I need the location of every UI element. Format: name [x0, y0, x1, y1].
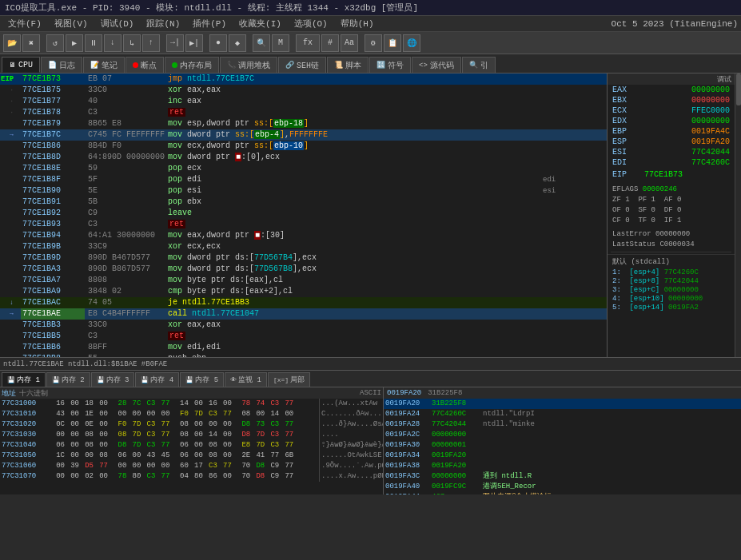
disasm-row[interactable]: 77CE1B9B 33C9 xor ecx,ecx	[0, 241, 607, 252]
menu-help[interactable]: 帮助(H)	[336, 17, 379, 30]
dump-row[interactable]: 77C31020 0C000E00 F07DC377 08000000 D873…	[0, 419, 383, 430]
disasm-row[interactable]: 77CE1BA9 3848 02 cmp byte ptr ds:[eax+2]…	[0, 286, 607, 297]
tab-script[interactable]: 📜 脚本	[327, 57, 369, 73]
disasm-row[interactable]: 77CE1B8E 59 pop ecx	[0, 163, 607, 174]
btab-mem3[interactable]: 💾 内存 3	[91, 372, 135, 387]
tb-log[interactable]: 📋	[384, 34, 401, 52]
disasm-row[interactable]: · 77CE1B77 40 inc eax	[0, 96, 607, 107]
disasm-cell: mov dword ptr ss:[ebp-4],FFFFFFFE	[165, 129, 543, 141]
disasm-row[interactable]: 77CE1B9D 890D B467D577 mov dword ptr ds:…	[0, 252, 607, 264]
disasm-row[interactable]: 77CE1BB6 8BFF mov edi,edi	[0, 342, 607, 353]
btab-local[interactable]: [x=] 局部	[268, 372, 310, 387]
tab-ref[interactable]: 🔍 引	[462, 57, 496, 73]
disasm-row[interactable]: → 77CE1BAE E8 C4B4FFFFFF call ntdll.77CE…	[0, 308, 607, 320]
tb-step-out[interactable]: ↑	[142, 34, 160, 52]
btab-watch1[interactable]: 👁 监视 1	[225, 372, 267, 387]
disasm-row[interactable]: EIP ↓ 77CE1B73 EB 07 jmp ntdll.77CE1B7C	[0, 73, 607, 85]
tb-close[interactable]: ✖	[22, 34, 40, 52]
disasm-row[interactable]: 77CE1BB5 C3 ret	[0, 331, 607, 342]
tab-bp[interactable]: 断点	[125, 57, 164, 73]
disasm-row[interactable]: 77CE1B90 5E pop esi esi	[0, 185, 607, 197]
tb-restart[interactable]: ↺	[46, 34, 64, 52]
dump-row[interactable]: 77C31000 16001800 287CC377 14001600 7874…	[0, 399, 383, 409]
tab-mem[interactable]: 内存布局	[165, 57, 219, 73]
tab-seh[interactable]: 🔗 SEH链	[278, 57, 326, 73]
tb-pause[interactable]: ⏸	[85, 34, 102, 52]
tb-Aa[interactable]: Aa	[341, 34, 358, 52]
disasm-row[interactable]: 77CE1B8D 64:890D 00000000 mov dword ptr …	[0, 152, 607, 163]
tb-bp[interactable]: ●	[209, 34, 227, 52]
disasm-row[interactable]: → 77CE1B7C C745 FC FEFFFFFF mov dword pt…	[0, 129, 607, 141]
btab-mem4[interactable]: 💾 内存 4	[135, 372, 179, 387]
dump-row[interactable]: 77C31050 1C000008 06004345 06000800 2E41…	[0, 451, 383, 461]
selected-arrow: →	[10, 310, 14, 317]
tb-hw-bp[interactable]: ◆	[229, 34, 246, 52]
tab-cpu[interactable]: 🖥 CPU	[2, 57, 40, 73]
disasm-row[interactable]: · 77CE1B75 33C0 xor eax,eax	[0, 85, 607, 96]
eflags-bits-row2: OF 0 SF 0 DF 0	[608, 205, 735, 216]
disasm-row[interactable]: 77CE1B93 C3 ret	[0, 219, 607, 230]
tb-mem[interactable]: M	[272, 34, 289, 52]
tb-search[interactable]: 🔍	[253, 34, 270, 52]
menu-fav[interactable]: 收藏夹(I)	[234, 17, 286, 30]
menu-opt[interactable]: 选项(O)	[289, 17, 333, 30]
mem1-icon: 💾	[7, 376, 15, 383]
menu-plugin[interactable]: 插件(P)	[188, 17, 231, 30]
menu-debug[interactable]: 调试(D)	[96, 17, 139, 30]
stack-row[interactable]: 0019FA28 77C42044 ntdll."minke	[384, 419, 741, 430]
tb-run-to[interactable]: →|	[166, 34, 184, 52]
disasm-row[interactable]: 77CE1B92 C9 leave	[0, 208, 607, 219]
disasm-row[interactable]: 77CE1BA3 890D B867D577 mov dword ptr ds:…	[0, 264, 607, 275]
dump-row[interactable]: 77C31070 00000200 7880C377 04808600 70D8…	[0, 471, 383, 482]
menu-file[interactable]: 文件(F)	[3, 17, 46, 30]
tb-step-into[interactable]: ↓	[104, 34, 122, 52]
stack-val-cell: 00000001	[432, 440, 480, 451]
stack-row[interactable]: 0019FA3C 00000000 通到 ntdll.R	[384, 471, 741, 482]
stack-row[interactable]: 0019FA40 0019FC9C 港调5EH_Recor	[384, 482, 741, 492]
stack-row[interactable]: 0019FA2C 00000000	[384, 430, 741, 440]
disasm-row[interactable]: 77CE1BA7 8808 mov byte ptr ds:[eax],cl	[0, 275, 607, 286]
stack-row[interactable]: 0019FA44 467 图片来源@金小模论坛	[384, 492, 741, 494]
tab-log[interactable]: 📄 日志	[41, 57, 82, 73]
disasm-row[interactable]: 77CE1B91 5B pop ebx	[0, 197, 607, 208]
menu-view[interactable]: 视图(V)	[50, 17, 93, 30]
stack-row[interactable]: 0019FA20 31B225F8	[384, 399, 741, 409]
tb-hash[interactable]: #	[321, 34, 339, 52]
stack-row[interactable]: 0019FA34 0019FA20	[384, 451, 741, 461]
stack-row[interactable]: 0019FA24 77C4260C ntdll."LdrpI	[384, 409, 741, 419]
tab-sym[interactable]: 🔣 符号	[369, 57, 411, 73]
tb-run[interactable]: ▶	[66, 34, 83, 52]
btab-mem1[interactable]: 💾 内存 1	[2, 372, 46, 387]
tb-settings[interactable]: ⚙	[365, 34, 382, 52]
tab-call[interactable]: 📞 调用堆栈	[220, 57, 277, 73]
disasm-row[interactable]: 77CE1B79 8B65 E8 mov esp,dword ptr ss:[e…	[0, 118, 607, 129]
vscroll-bar[interactable]	[735, 73, 741, 357]
disasm-row[interactable]: 77CE1B86 8B4D F0 mov ecx,dword ptr ss:[e…	[0, 141, 607, 152]
disasm-row[interactable]: · 77CE1B78 C3 ret	[0, 107, 607, 118]
btab-mem2[interactable]: 💾 内存 2	[46, 372, 90, 387]
dump-row[interactable]: 77C31030 00000800 087DC377 08001400 D87D…	[0, 430, 383, 440]
addr-cell: 77CE1B8F	[21, 174, 85, 185]
disasm-row[interactable]: 77CE1BB8 55 push ebp	[0, 353, 607, 357]
disasm-row[interactable]: 77CE1BB3 33C0 xor eax,eax	[0, 320, 607, 331]
dump-row[interactable]: 77C31010 43001E00 00000000 F07DC377 0800…	[0, 409, 383, 419]
disasm-row[interactable]: 77CE1B94 64:A1 30000000 mov eax,dword pt…	[0, 230, 607, 241]
disasm-row[interactable]: 77CE1B8F 5F pop edi edi	[0, 174, 607, 185]
stack-row[interactable]: 0019FA38 0019FA20	[384, 461, 741, 471]
dump-row[interactable]: 77C31040 06000800 D87DC377 06000800 E87D…	[0, 440, 383, 451]
tab-note[interactable]: 📝 笔记	[83, 57, 125, 73]
tb-globe[interactable]: 🌐	[403, 34, 420, 52]
tb-fx[interactable]: fx	[296, 34, 320, 52]
btab-mem5[interactable]: 💾 内存 5	[180, 372, 224, 387]
vscroll-thumb[interactable]	[736, 73, 741, 105]
stack-row[interactable]: 0019FA30 00000001	[384, 440, 741, 451]
menu-trace[interactable]: 跟踪(N)	[141, 17, 185, 30]
tb-run-til[interactable]: ▶|	[185, 34, 203, 52]
tab-src[interactable]: <> 源代码	[412, 57, 461, 73]
disasm-row[interactable]: ↓ 77CE1BAC 74 05 je ntdll.77CE1BB3	[0, 297, 607, 308]
tb-step-over[interactable]: ↳	[123, 34, 141, 52]
tb-open[interactable]: 📂	[3, 34, 21, 52]
disasm-view[interactable]: EIP ↓ 77CE1B73 EB 07 jmp ntdll.77CE1B7C …	[0, 73, 607, 357]
dump-row[interactable]: 77C31060 0039D577 00000000 6017C377 70D8…	[0, 461, 383, 471]
hex-cell: 74 05	[85, 297, 165, 308]
